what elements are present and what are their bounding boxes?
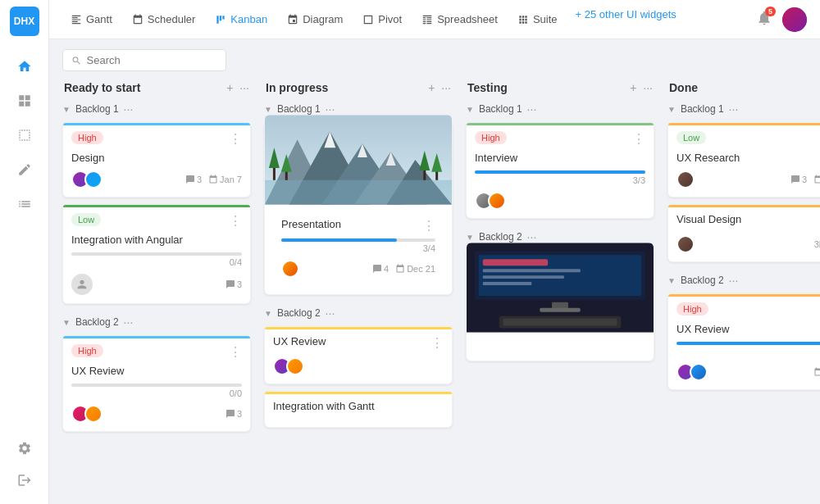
- backlog1-header-t: ▼ Backlog 1 ···: [466, 102, 654, 116]
- column-inprogress-more[interactable]: ···: [441, 81, 451, 94]
- backlog1-done: ▼ Backlog 1 ··· Low ⋮ UX Research: [667, 102, 820, 262]
- user-avatar[interactable]: [782, 7, 807, 32]
- column-testing-add[interactable]: +: [630, 81, 636, 94]
- column-testing-header: Testing + ···: [466, 81, 654, 94]
- card-desktop: [466, 250, 654, 361]
- progress-text: 0/0: [71, 388, 242, 398]
- card-menu[interactable]: ⋮: [229, 131, 242, 147]
- due-date: Jan 7: [208, 175, 242, 184]
- tab-gantt[interactable]: Gantt: [62, 8, 121, 30]
- svg-rect-9: [265, 180, 452, 205]
- card-angular-header: Low ⋮: [71, 213, 242, 229]
- column-ready: Ready to start + ··· ▼ Backlog 1 ···: [62, 81, 251, 443]
- column-ready-more[interactable]: ···: [239, 81, 249, 94]
- card-footer: 3h 3: [676, 235, 820, 253]
- card-design: High ⋮ Design: [62, 122, 251, 198]
- card-menu[interactable]: ⋮: [422, 218, 435, 234]
- tab-suite[interactable]: Suite: [509, 8, 566, 30]
- priority-badge: Low: [71, 213, 101, 226]
- backlog2-header: ▼ Backlog 2 ···: [62, 316, 251, 329]
- backlog1-more[interactable]: ···: [124, 102, 134, 116]
- avatar-1: [676, 235, 695, 253]
- backlog1-chevron[interactable]: ▼: [62, 105, 71, 114]
- card-footer: Jan 7: [676, 363, 820, 381]
- card-title: Interview: [475, 152, 645, 164]
- column-done-header: Done + ···: [667, 81, 820, 94]
- nav-grid[interactable]: [10, 120, 39, 150]
- backlog2-more[interactable]: ···: [124, 316, 134, 329]
- tab-pivot[interactable]: Pivot: [354, 8, 410, 30]
- svg-rect-23: [483, 275, 564, 279]
- backlog2-chevron[interactable]: ▼: [62, 318, 71, 327]
- card-footer: [475, 192, 645, 210]
- nav-list[interactable]: [10, 189, 39, 219]
- svg-rect-22: [483, 269, 581, 272]
- search-bar[interactable]: [62, 49, 226, 71]
- priority-badge: High: [71, 131, 103, 144]
- nav-home[interactable]: [10, 52, 39, 81]
- column-testing-inner: ▼ Backlog 1 ··· High ⋮ Interview: [466, 102, 654, 361]
- column-testing: Testing + ··· ▼ Backlog 1 ···: [466, 81, 654, 443]
- kanban-area: Ready to start + ··· ▼ Backlog 1 ···: [49, 39, 820, 504]
- card-gantt-ip: Integration with Gantt: [264, 391, 453, 428]
- nav-edit[interactable]: [10, 155, 39, 184]
- avatar-2: [690, 363, 708, 381]
- progress-bg: [71, 252, 242, 256]
- search-input[interactable]: [87, 54, 217, 66]
- card-presentation: Presentation ⋮ 3/4: [264, 122, 453, 295]
- logo[interactable]: DHX: [10, 7, 39, 36]
- card-accent: [668, 123, 820, 125]
- progress-text: 0/4: [71, 257, 242, 267]
- progress-fill: [676, 342, 820, 345]
- column-testing-more[interactable]: ···: [643, 81, 653, 94]
- progress-fill: [281, 238, 397, 242]
- card-accent: [265, 392, 452, 394]
- more-widgets[interactable]: + 25 other UI widgets: [569, 8, 683, 30]
- comment-count: 4: [372, 264, 389, 274]
- card-visual-design: Visual Design ⋮ 3h: [667, 204, 820, 262]
- columns: Ready to start + ··· ▼ Backlog 1 ···: [62, 81, 820, 443]
- avatar-1: [281, 260, 299, 278]
- card-avatars: [71, 170, 102, 188]
- column-testing-actions: + ···: [630, 81, 653, 94]
- notifications-bell[interactable]: 5: [756, 10, 772, 29]
- card-title: UX Review: [71, 365, 242, 377]
- tab-kanban[interactable]: Kanban: [207, 8, 276, 30]
- progress-text: 3/4: [281, 243, 435, 253]
- card-menu[interactable]: ⋮: [229, 213, 242, 229]
- priority-badge: Low: [676, 131, 706, 144]
- mountain-svg: [265, 115, 452, 205]
- card-image: [265, 115, 452, 205]
- card-presentation-body: Presentation ⋮ 3/4: [273, 211, 444, 286]
- card-accent: [668, 205, 820, 207]
- tab-spreadsheet[interactable]: Spreadsheet: [413, 8, 506, 30]
- progress-bg: [71, 384, 242, 387]
- svg-rect-25: [552, 302, 568, 309]
- card-ux-research: Low ⋮ UX Research: [667, 122, 820, 198]
- nav-dashboard[interactable]: [10, 86, 39, 116]
- card-menu[interactable]: ⋮: [430, 335, 444, 351]
- column-inprogress-add[interactable]: +: [428, 81, 435, 94]
- backlog2-testing: ▼ Backlog 2 ···: [466, 230, 654, 361]
- card-avatars: [676, 235, 695, 253]
- card-meta: 3 Jan 7: [185, 175, 242, 184]
- tab-scheduler[interactable]: Scheduler: [124, 8, 204, 30]
- backlog2-done: ▼ Backlog 2 ··· High ⋮ UX Review: [667, 274, 820, 390]
- card-title: Integration with Angular: [71, 234, 242, 246]
- card-desktop-body: [475, 339, 645, 352]
- backlog1-inprogress: ▼ Backlog 1 ···: [264, 102, 453, 295]
- card-angular: Low ⋮ Integration with Angular 0/4: [62, 204, 251, 304]
- card-menu[interactable]: ⋮: [632, 131, 645, 147]
- card-accent: [467, 123, 654, 125]
- card-desktop-image: [467, 243, 654, 333]
- card-header: High ⋮: [71, 344, 242, 360]
- card-ux-review-done: High ⋮ UX Review 6/6: [667, 293, 820, 390]
- svg-rect-28: [503, 319, 617, 326]
- nav-logout[interactable]: [10, 465, 39, 495]
- progress-fill: [475, 170, 645, 174]
- card-header: Visual Design ⋮: [676, 213, 820, 229]
- column-ready-add[interactable]: +: [226, 81, 233, 94]
- tab-diagram[interactable]: Diagram: [279, 8, 351, 30]
- nav-settings[interactable]: [10, 434, 39, 463]
- card-menu[interactable]: ⋮: [229, 344, 242, 360]
